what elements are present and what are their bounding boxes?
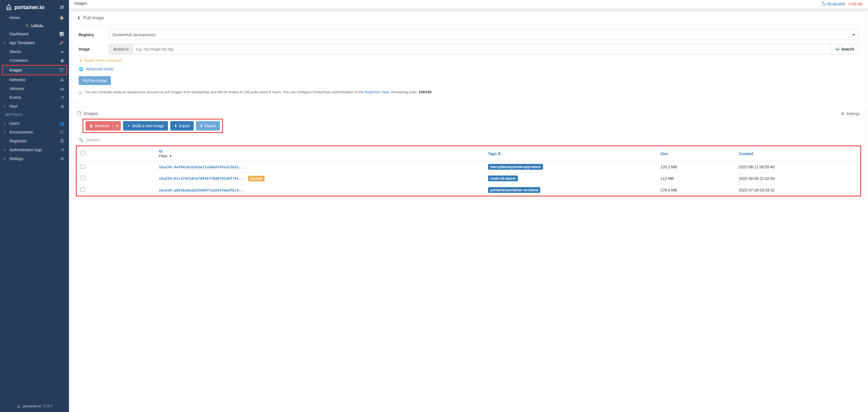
filter-control[interactable]: Filter ▼ (159, 154, 480, 158)
row-checkbox[interactable] (81, 176, 85, 180)
sidebar-item-users[interactable]: Users👥 (0, 119, 69, 128)
sidebar-item-events[interactable]: Events↺ (0, 93, 69, 102)
logo[interactable]: portainer.io (5, 3, 44, 11)
list-icon: ≣ (61, 50, 64, 54)
sidebar-item-label: Registries (9, 139, 27, 143)
panel-title: Pull image (83, 16, 104, 21)
table-row: sha256:ab836adaa3259607fa2635fde4fbc8...… (77, 184, 860, 196)
image-tag[interactable]: portainer/portainer-ce:latest (488, 187, 540, 193)
sidebar-footer: portainer.io 2.14.2 (0, 400, 69, 412)
export-button[interactable]: ⬇ Export (196, 121, 220, 130)
signout-icon: ↪ (848, 1, 851, 5)
plug-icon: 🔌 (25, 24, 30, 28)
select-all-checkbox[interactable] (81, 151, 85, 155)
history-icon: ↺ (61, 148, 64, 152)
remove-dropdown[interactable]: ▾ (113, 121, 121, 130)
version-text: 2.14.2 (43, 404, 52, 408)
sidebar-item-networks[interactable]: Networks🖧 (0, 75, 69, 84)
advanced-mode-link[interactable]: 🌐 Advanced mode (79, 67, 114, 71)
th-tags[interactable]: Tags ⇅ (488, 151, 501, 156)
pull-image-panel: ⬇ Pull image Registry DockerHub (anonymo… (72, 11, 865, 102)
search-button[interactable]: 🐳 Search (831, 44, 858, 54)
import-button[interactable]: ⬆ Import (170, 121, 194, 130)
th-icon: ⊞ (61, 104, 64, 109)
image-created: 2022-08-11 08:55:40 (735, 161, 860, 173)
sidebar-item-label: Images (9, 68, 22, 72)
remove-button[interactable]: 🗑 Remove (86, 121, 113, 130)
wrench-icon: 🔧 (822, 1, 826, 5)
table-row: sha256:b1ca7421d2e7d436770d67014df781...… (77, 173, 860, 184)
image-size: 278.4 MB (657, 184, 735, 196)
sort-icon: ⇅ (498, 151, 501, 156)
sidebar: portainer.io ⇄ Home 🏠 🔌 LOCAL Dashboard📊… (0, 0, 69, 412)
image-created: 2022-07-26 03:19:32 (735, 184, 860, 196)
sidebar-item-app-templates[interactable]: App Templates🚀 (0, 38, 69, 47)
main-content: Images 🔧 my account ↪ log out ⬇ Pull ima… (69, 0, 868, 412)
history-icon: ↺ (61, 95, 64, 99)
box-icon: ▣ (60, 58, 64, 63)
plus-icon: ＋ (127, 123, 131, 128)
docker-icon: 🐳 (835, 47, 840, 51)
endpoint-toggle-icon[interactable]: ⇄ (60, 4, 64, 10)
local-label: 🔌 LOCAL (0, 22, 69, 30)
trash-icon: 🗑 (89, 124, 93, 128)
sidebar-item-authentication-logs[interactable]: Authentication logs↺ (0, 145, 69, 154)
sidebar-item-volumes[interactable]: Volumes🖴 (0, 84, 69, 93)
sidebar-item-images[interactable]: Images❐ (2, 65, 67, 75)
filter-icon: ▼ (169, 154, 173, 158)
dashboard-icon: 📊 (59, 32, 64, 36)
my-account-link[interactable]: 🔧 my account (822, 1, 845, 5)
hdd-icon: 🖴 (60, 86, 64, 91)
sidebar-item-label: Users (9, 121, 20, 125)
sidebar-item-registries[interactable]: Registries🗄 (0, 137, 69, 145)
sidebar-item-dashboard[interactable]: Dashboard📊 (0, 30, 69, 38)
topbar: Images 🔧 my account ↪ log out (69, 0, 868, 8)
image-tag[interactable]: node:16-alpine (488, 176, 518, 181)
portainer-logo-icon (5, 3, 13, 11)
th-id[interactable]: Id (159, 149, 162, 153)
table-row: sha256:9efb620cb343e71c6de97d5a317631...… (77, 161, 860, 173)
image-label: Image (79, 47, 109, 51)
registries-view-link[interactable]: Registries View (365, 90, 389, 94)
sidebar-item-label: Events (9, 95, 21, 99)
info-icon: ⓘ (79, 90, 83, 96)
row-checkbox[interactable] (81, 164, 85, 169)
image-tag[interactable]: mercybassey/node-app:latest (488, 164, 543, 170)
sidebar-item-label: Authentication logs (9, 148, 42, 152)
sidebar-item-environments[interactable]: Environments🔌 (0, 128, 69, 137)
nav-home[interactable]: Home 🏠 (0, 13, 69, 22)
settings-heading: SETTINGS (0, 111, 69, 119)
row-checkbox[interactable] (81, 187, 85, 192)
images-search-input[interactable] (86, 138, 858, 142)
sitemap-icon: 🖧 (60, 78, 64, 82)
image-id-link[interactable]: sha256:ab836adaa3259607fa2635fde4fbc8... (159, 188, 245, 192)
home-icon: 🏠 (59, 16, 64, 20)
images-search: 🔍 (72, 135, 865, 145)
logout-link[interactable]: ↪ log out (848, 1, 863, 5)
sidebar-item-label: Settings (9, 156, 24, 161)
sidebar-item-stacks[interactable]: Stacks≣ (0, 47, 69, 56)
th-size[interactable]: Size (660, 151, 668, 156)
image-input[interactable] (133, 44, 831, 54)
pull-count: 100/100 (418, 90, 432, 94)
sidebar-item-containers[interactable]: Containers▣ (0, 56, 69, 65)
image-id-link[interactable]: sha256:9efb620cb343e71c6de97d5a317631... (159, 165, 245, 169)
build-image-button[interactable]: ＋ Build a new image (123, 121, 168, 130)
image-id-link[interactable]: sha256:b1ca7421d2e7d436770d67014df781... (159, 176, 245, 180)
cogs-icon: ⚙ (60, 156, 64, 161)
users-icon: 👥 (59, 121, 64, 125)
registry-select[interactable]: DockerHub (anonymous) (109, 30, 858, 40)
images-table-highlight: Id Filter ▼ Tags ⇅ Size Created (76, 145, 861, 197)
pull-image-button[interactable]: Pull the image (79, 76, 111, 85)
sidebar-item-label: Dashboard (9, 32, 28, 36)
images-settings-link[interactable]: ⚙ Settings (841, 112, 860, 116)
sidebar-item-label: App Templates (9, 40, 35, 45)
th-created[interactable]: Created (739, 151, 753, 156)
gear-icon: ⚙ (841, 112, 844, 116)
warning-icon: ▲ (79, 58, 82, 62)
panel-title: Images (84, 111, 98, 116)
sidebar-item-settings[interactable]: Settings⚙ (0, 154, 69, 163)
upload-icon: ⬆ (174, 124, 177, 128)
download-icon: ⬇ (200, 124, 203, 128)
sidebar-item-host[interactable]: Host⊞ (0, 102, 69, 111)
